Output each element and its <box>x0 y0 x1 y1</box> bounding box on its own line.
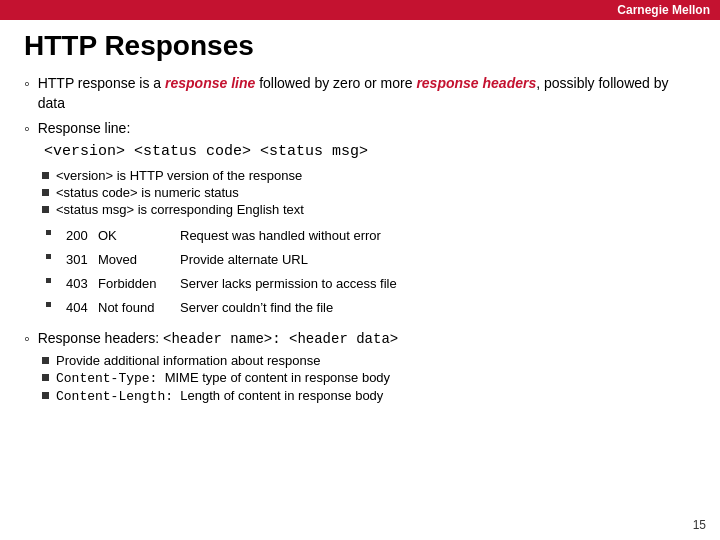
bullet-item-3: ◦ Response headers: <header name>: <head… <box>24 329 696 411</box>
status-403-text: Forbidden <box>98 275 178 292</box>
response-line-code: <version> <status code> <status msg> <box>44 143 368 160</box>
slide-content: HTTP Responses ◦ HTTP response is a resp… <box>0 20 720 426</box>
sub-item-status-msg-text: <status msg> is corresponding English te… <box>56 202 304 217</box>
bullet-circle-3: ◦ <box>24 330 30 348</box>
sub-item-content-length-text: Content-Length: Length of content in res… <box>56 388 383 404</box>
status-301-code: 301 <box>66 251 96 268</box>
sub-bullet-sq-5 <box>42 374 49 381</box>
sub-item-version-text: <version> is HTTP version of the respons… <box>56 168 302 183</box>
sub-item-status-code-text: <status code> is numeric status <box>56 185 239 200</box>
response-line-sub-list: <version> is HTTP version of the respons… <box>42 168 304 219</box>
sub-bullet-sq-1 <box>42 172 49 179</box>
bullet-item-2: ◦ Response line: <version> <status code>… <box>24 119 696 323</box>
sub-item-version: <version> is HTTP version of the respons… <box>42 168 304 183</box>
status-200-text: OK <box>98 227 178 244</box>
status-200-desc: Request was handled without error <box>180 227 389 244</box>
bullet-2-label: Response line: <box>38 119 131 139</box>
status-301: 301 Moved Provide alternate URL <box>46 249 407 270</box>
status-200-code: 200 <box>66 227 96 244</box>
sub-item-status-msg: <status msg> is corresponding English te… <box>42 202 304 217</box>
sub-item-content-length: Content-Length: Length of content in res… <box>42 388 390 404</box>
content-type-code: Content-Type: <box>56 371 157 386</box>
response-line-term: response line <box>165 75 255 91</box>
response-headers-term: response headers <box>416 75 536 91</box>
cmu-header-bar: Carnegie Mellon <box>0 0 720 20</box>
bullet-1-text: HTTP response is a response line followe… <box>38 74 696 113</box>
cmu-brand-label: Carnegie Mellon <box>617 3 710 17</box>
status-code-list: 200 OK Request was handled without error… <box>46 225 407 321</box>
status-200-bullet <box>46 230 51 235</box>
status-403: 403 Forbidden Server lacks permission to… <box>46 273 407 294</box>
sub-item-provide: Provide additional information about res… <box>42 353 390 368</box>
slide-number: 15 <box>693 518 706 532</box>
status-403-desc: Server lacks permission to access file <box>180 275 405 292</box>
status-200: 200 OK Request was handled without error <box>46 225 407 246</box>
status-301-desc: Provide alternate URL <box>180 251 316 268</box>
sub-bullet-sq-3 <box>42 206 49 213</box>
slide-title: HTTP Responses <box>24 30 696 62</box>
status-404-text: Not found <box>98 299 178 316</box>
sub-bullet-sq-4 <box>42 357 49 364</box>
response-headers-code: <header name>: <header data> <box>163 331 398 347</box>
bullet-circle-2: ◦ <box>24 120 30 138</box>
status-403-code: 403 <box>66 275 96 292</box>
bullet-circle-1: ◦ <box>24 75 30 93</box>
bullet-item-1: ◦ HTTP response is a response line follo… <box>24 74 696 113</box>
status-301-bullet <box>46 254 51 259</box>
status-404-code: 404 <box>66 299 96 316</box>
status-301-text: Moved <box>98 251 178 268</box>
sub-item-content-type: Content-Type: MIME type of content in re… <box>42 370 390 386</box>
sub-bullet-sq-2 <box>42 189 49 196</box>
status-404-desc: Server couldn’t find the file <box>180 299 341 316</box>
main-bullet-list: ◦ HTTP response is a response line follo… <box>24 74 696 410</box>
content-length-code: Content-Length: <box>56 389 173 404</box>
sub-item-status-code: <status code> is numeric status <box>42 185 304 200</box>
sub-bullet-sq-6 <box>42 392 49 399</box>
bullet-3-label: Response headers: <header name>: <header… <box>38 329 399 350</box>
status-404-bullet <box>46 302 51 307</box>
sub-item-content-type-text: Content-Type: MIME type of content in re… <box>56 370 390 386</box>
sub-item-provide-text: Provide additional information about res… <box>56 353 321 368</box>
status-404: 404 Not found Server couldn’t find the f… <box>46 297 407 318</box>
response-headers-sub-list: Provide additional information about res… <box>42 353 390 406</box>
status-403-bullet <box>46 278 51 283</box>
